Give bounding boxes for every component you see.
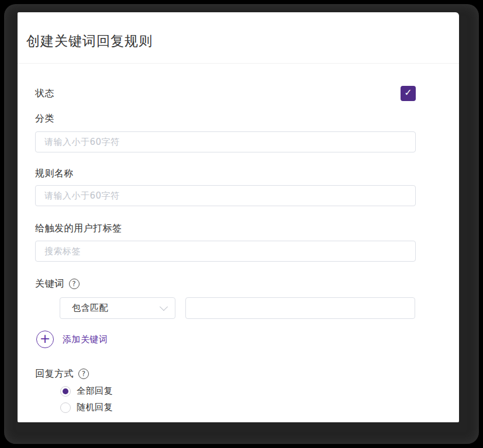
create-keyword-rule-dialog: 创建关键词回复规则 状态 ✓ 分类 规则名称 给触发的用户打标签 关键词 ? <box>18 12 459 422</box>
radio-option-label: 随机回复 <box>77 402 113 413</box>
chevron-down-icon <box>160 303 168 311</box>
category-label: 分类 <box>35 112 416 126</box>
add-keyword-label: 添加关键词 <box>63 334 108 345</box>
dialog-header: 创建关键词回复规则 <box>18 12 459 64</box>
reply-mode-help-icon[interactable]: ? <box>78 369 89 379</box>
status-label: 状态 <box>35 86 54 100</box>
status-row: 状态 ✓ <box>35 86 416 101</box>
reply-mode-options: 全部回复 随机回复 <box>60 386 416 413</box>
add-keyword-button[interactable]: + 添加关键词 <box>36 331 108 348</box>
radio-option-label: 全部回复 <box>77 386 113 397</box>
keyword-text-input[interactable] <box>185 297 415 319</box>
match-type-selected-value: 包含匹配 <box>72 303 108 314</box>
plus-circle-icon: + <box>36 331 54 348</box>
radio-selected-icon <box>60 386 71 397</box>
keyword-label: 关键词 <box>35 277 64 291</box>
reply-mode-label-row: 回复方式 ? <box>35 367 416 381</box>
rule-name-label: 规则名称 <box>35 166 416 180</box>
rule-name-input[interactable] <box>35 185 416 206</box>
radio-option-reply-all[interactable]: 全部回复 <box>60 386 416 397</box>
checkmark-icon: ✓ <box>404 88 412 98</box>
dialog-title: 创建关键词回复规则 <box>26 32 450 50</box>
radio-unselected-icon <box>60 402 71 413</box>
radio-option-random-reply[interactable]: 随机回复 <box>60 402 416 413</box>
match-type-select[interactable]: 包含匹配 <box>60 297 175 319</box>
reply-mode-label: 回复方式 <box>35 367 74 381</box>
tag-search-input[interactable] <box>35 241 416 262</box>
keyword-controls-row: 包含匹配 <box>60 297 416 319</box>
keyword-label-row: 关键词 ? <box>35 277 416 291</box>
category-input[interactable] <box>35 131 416 152</box>
status-checkbox[interactable]: ✓ <box>401 86 416 101</box>
tag-users-label: 给触发的用户打标签 <box>35 221 416 235</box>
keyword-help-icon[interactable]: ? <box>69 279 80 289</box>
screenshot-dark-frame: 创建关键词回复规则 状态 ✓ 分类 规则名称 给触发的用户打标签 关键词 ? <box>0 0 483 448</box>
dialog-form: 状态 ✓ 分类 规则名称 给触发的用户打标签 关键词 ? 包含匹配 <box>18 86 459 413</box>
